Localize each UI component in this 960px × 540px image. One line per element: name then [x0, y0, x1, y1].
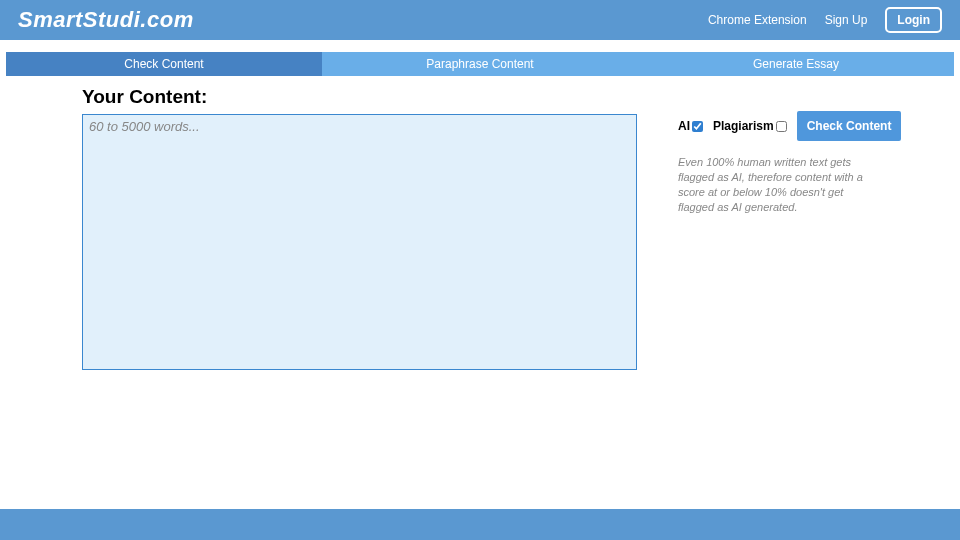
tab-paraphrase-content[interactable]: Paraphrase Content: [322, 52, 638, 76]
ai-checkbox-group[interactable]: AI: [678, 119, 703, 133]
plagiarism-checkbox[interactable]: [776, 121, 787, 132]
ai-checkbox-label: AI: [678, 119, 690, 133]
check-content-button[interactable]: Check Content: [797, 111, 902, 141]
header-nav: Chrome Extension Sign Up Login: [708, 7, 942, 33]
tab-generate-essay[interactable]: Generate Essay: [638, 52, 954, 76]
controls-row: AI Plagiarism Check Content: [678, 111, 878, 141]
content-input-section: Your Content:: [82, 86, 640, 374]
header-bar: SmartStudi.com Chrome Extension Sign Up …: [0, 0, 960, 40]
controls-panel: AI Plagiarism Check Content Even 100% hu…: [678, 86, 878, 374]
footer-bar: [0, 509, 960, 540]
site-logo[interactable]: SmartStudi.com: [18, 7, 194, 33]
plagiarism-checkbox-label: Plagiarism: [713, 119, 774, 133]
plagiarism-checkbox-group[interactable]: Plagiarism: [713, 119, 787, 133]
content-textarea[interactable]: [82, 114, 637, 370]
sign-up-link[interactable]: Sign Up: [825, 13, 868, 27]
content-heading: Your Content:: [82, 86, 640, 108]
main-content: Your Content: AI Plagiarism Check Conten…: [0, 76, 960, 374]
tab-bar: Check Content Paraphrase Content Generat…: [6, 52, 954, 76]
tab-check-content[interactable]: Check Content: [6, 52, 322, 76]
disclaimer-text: Even 100% human written text gets flagge…: [678, 155, 878, 214]
login-button[interactable]: Login: [885, 7, 942, 33]
chrome-extension-link[interactable]: Chrome Extension: [708, 13, 807, 27]
ai-checkbox[interactable]: [692, 121, 703, 132]
